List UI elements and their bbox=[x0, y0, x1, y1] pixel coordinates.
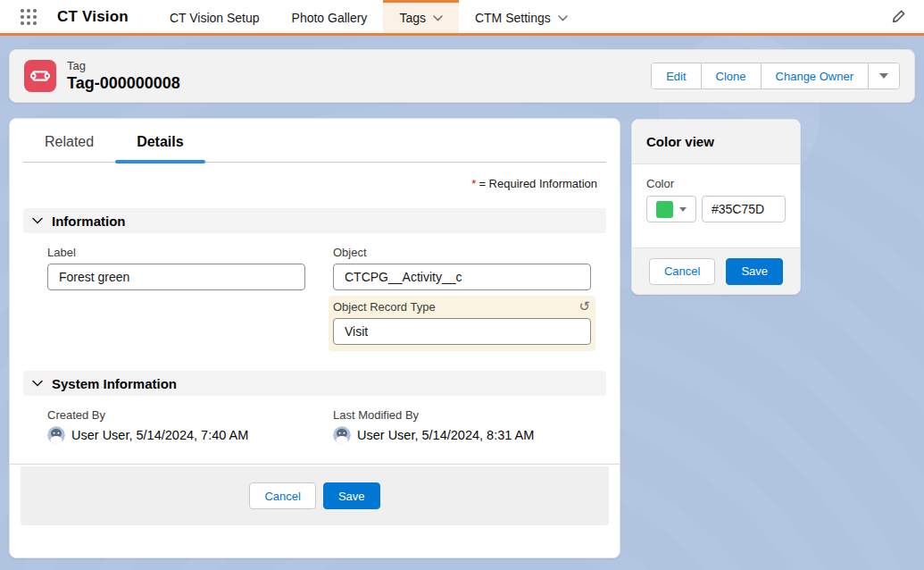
color-cancel-button[interactable]: Cancel bbox=[649, 258, 715, 285]
required-asterisk: * bbox=[471, 177, 476, 190]
label-input[interactable] bbox=[47, 264, 305, 290]
app-name[interactable]: CT Vision bbox=[39, 8, 154, 26]
nav-tabs: CT Vision Setup Photo Gallery Tags CTM S… bbox=[154, 0, 584, 33]
more-actions-dropdown-button[interactable] bbox=[868, 63, 899, 88]
nav-tab-label: CT Vision Setup bbox=[170, 11, 260, 25]
color-view-header: Color view bbox=[632, 120, 800, 164]
caret-down-icon bbox=[879, 73, 888, 79]
footer-divider bbox=[10, 464, 620, 465]
nav-left: CT Vision bbox=[0, 0, 154, 33]
change-owner-button[interactable]: Change Owner bbox=[761, 63, 868, 88]
created-by-label: Created By bbox=[47, 408, 305, 422]
color-view-footer: Cancel Save bbox=[632, 247, 800, 294]
ticket-icon bbox=[30, 66, 50, 86]
information-section-title: Information bbox=[52, 214, 126, 229]
last-modified-by-label: Last Modified By bbox=[333, 408, 591, 422]
created-by-text[interactable]: User User, 5/14/2024, 7:40 AM bbox=[71, 428, 248, 442]
tab-related[interactable]: Related bbox=[23, 122, 115, 162]
system-information-section-header[interactable]: System Information bbox=[23, 371, 606, 396]
object-record-type-label: Object Record Type bbox=[333, 300, 591, 314]
color-swatch bbox=[656, 201, 673, 218]
user-avatar-icon bbox=[47, 426, 65, 444]
record-titles: Tag Tag-000000008 bbox=[67, 59, 180, 93]
object-input[interactable] bbox=[333, 264, 591, 290]
section-chevron-down-icon bbox=[32, 217, 43, 224]
object-record-type-input[interactable] bbox=[333, 318, 591, 345]
caret-down-icon bbox=[679, 207, 687, 212]
record-detail-card: Related Details *= Required Information … bbox=[9, 118, 620, 558]
record-header-card: Tag Tag-000000008 Edit Clone Change Owne… bbox=[9, 49, 915, 103]
created-by-value: User User, 5/14/2024, 7:40 AM bbox=[47, 426, 305, 444]
chevron-down-icon[interactable] bbox=[558, 15, 568, 21]
record-action-button-group: Edit Clone Change Owner bbox=[651, 63, 900, 89]
color-field-label: Color bbox=[646, 177, 786, 190]
cancel-button[interactable]: Cancel bbox=[249, 482, 315, 509]
color-save-button[interactable]: Save bbox=[726, 258, 783, 285]
color-picker-row bbox=[646, 196, 786, 222]
app-launcher-waffle-icon[interactable] bbox=[18, 6, 39, 28]
record-entity-label: Tag bbox=[67, 59, 180, 73]
required-information-note: *= Required Information bbox=[10, 163, 620, 190]
object-field-label: Object bbox=[333, 246, 591, 259]
record-edit-footer: Cancel Save bbox=[21, 466, 609, 525]
label-field-label: Label bbox=[47, 246, 305, 259]
user-avatar-icon bbox=[333, 426, 351, 444]
edit-button[interactable]: Edit bbox=[652, 63, 700, 88]
clone-button[interactable]: Clone bbox=[701, 63, 761, 88]
label-field: Label bbox=[47, 246, 305, 290]
nav-tab-ctm-settings[interactable]: CTM Settings bbox=[459, 0, 584, 33]
nav-tab-label: Tags bbox=[399, 11, 426, 25]
information-section-header[interactable]: Information bbox=[23, 208, 606, 233]
save-button[interactable]: Save bbox=[323, 482, 380, 509]
record-title: Tag-000000008 bbox=[67, 73, 180, 93]
undo-icon[interactable]: ↺ bbox=[579, 299, 590, 313]
edit-nav-pencil-icon[interactable] bbox=[888, 7, 908, 27]
nav-tab-tags[interactable]: Tags bbox=[383, 0, 459, 33]
information-fields: Label Object Object Record Type ↺ bbox=[47, 246, 591, 351]
nav-tab-label: Photo Gallery bbox=[292, 11, 368, 25]
hex-color-input[interactable] bbox=[702, 196, 786, 222]
required-note-text: = Required Information bbox=[479, 177, 597, 190]
global-navigation-bar: CT Vision CT Vision Setup Photo Gallery … bbox=[0, 0, 924, 36]
color-view-title: Color view bbox=[646, 134, 714, 149]
object-record-type-field-changed: Object Record Type ↺ bbox=[329, 296, 595, 351]
last-modified-by-text[interactable]: User User, 5/14/2024, 8:31 AM bbox=[357, 428, 534, 442]
color-swatch-dropdown-button[interactable] bbox=[646, 196, 696, 222]
system-information-section-title: System Information bbox=[52, 376, 177, 391]
section-chevron-down-icon bbox=[32, 380, 43, 387]
detail-tabs: Related Details bbox=[23, 119, 606, 163]
last-modified-by-value: User User, 5/14/2024, 8:31 AM bbox=[333, 426, 591, 444]
created-by-field: Created By User User, 5/14/2024, 7:40 AM bbox=[47, 408, 305, 444]
nav-tab-photo-gallery[interactable]: Photo Gallery bbox=[276, 0, 384, 33]
system-information-fields: Created By User User, 5/14/2024, 7:40 AM… bbox=[47, 408, 591, 444]
nav-tab-ct-vision-setup[interactable]: CT Vision Setup bbox=[154, 0, 276, 33]
tab-details[interactable]: Details bbox=[115, 122, 204, 162]
nav-tab-label: CTM Settings bbox=[475, 11, 551, 25]
nav-right bbox=[888, 0, 924, 33]
object-field: Object bbox=[333, 246, 591, 290]
pencil-glyph bbox=[892, 10, 905, 23]
color-view-body: Color bbox=[632, 164, 800, 247]
chevron-down-icon[interactable] bbox=[433, 15, 443, 21]
waffle-dots bbox=[20, 8, 37, 26]
tag-record-icon bbox=[24, 60, 56, 92]
last-modified-by-field: Last Modified By User User, 5/14/2024, 8… bbox=[333, 408, 591, 444]
color-view-panel: Color view Color Cancel Save bbox=[631, 119, 801, 295]
